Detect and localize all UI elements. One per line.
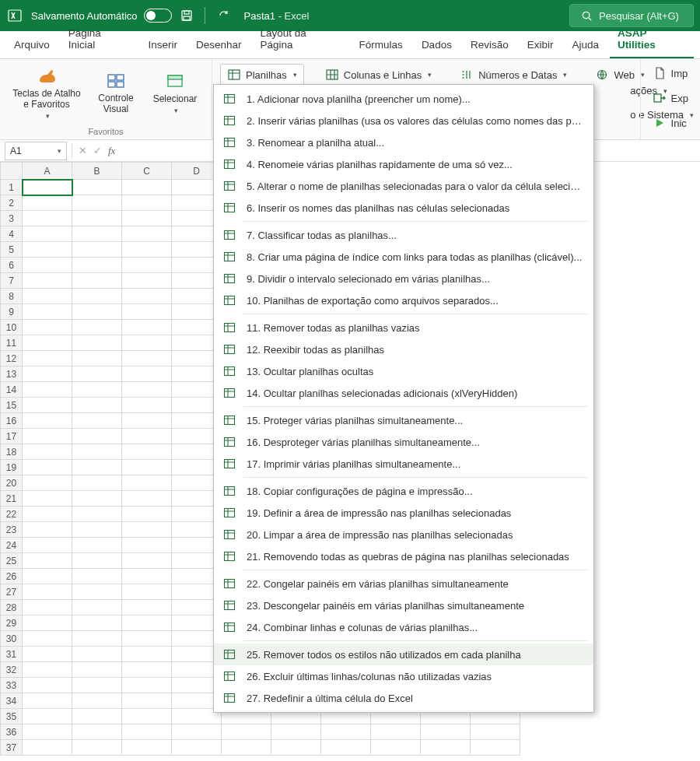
cell[interactable] [23,382,72,398]
cell[interactable] [72,709,122,724]
menu-item-12[interactable]: 12. Reexibir todas as planilhas [214,338,593,360]
select-all-corner[interactable] [1,163,23,180]
name-box[interactable]: A1 ▾ [5,142,67,160]
cell[interactable] [122,584,172,600]
menu-item-21[interactable]: 21. Removendo todas as quebras de página… [214,545,593,567]
cell[interactable] [23,553,72,569]
cell[interactable] [122,351,172,366]
cell[interactable] [122,335,172,351]
cell[interactable] [122,538,172,553]
menu-item-7[interactable]: 7. Classificar todas as planilhas... [214,224,593,246]
btn-planilhas[interactable]: Planilhas▾ [220,64,304,86]
row-header[interactable]: 26 [1,569,23,584]
cell[interactable] [23,258,72,273]
cell[interactable] [421,724,471,740]
cell[interactable] [122,413,172,429]
cell[interactable] [172,740,222,756]
row-header[interactable]: 31 [1,647,23,662]
cell[interactable] [23,180,72,195]
cell[interactable] [122,444,172,460]
row-header[interactable]: 16 [1,413,23,429]
menu-item-15[interactable]: 15. Proteger várias planilhas simultanea… [214,409,593,431]
cell[interactable] [371,740,421,756]
cell[interactable] [72,413,122,429]
cell[interactable] [122,724,172,740]
cell[interactable] [122,569,172,584]
redo-icon[interactable] [216,9,230,23]
cell[interactable] [122,709,172,724]
chevron-down-icon[interactable]: ▾ [58,147,61,155]
cell[interactable] [72,242,122,258]
cell[interactable] [72,740,122,756]
cell[interactable] [72,211,122,226]
row-header[interactable]: 15 [1,398,23,413]
cell[interactable] [72,429,122,444]
cell[interactable] [321,724,371,740]
row-header[interactable]: 10 [1,320,23,335]
column-header[interactable]: C [122,163,172,180]
column-header[interactable]: A [23,163,72,180]
menu-item-13[interactable]: 13. Ocultar planilhas ocultas [214,360,593,382]
cell[interactable] [122,662,172,678]
cell[interactable] [72,475,122,491]
row-header[interactable]: 14 [1,382,23,398]
cancel-icon[interactable]: ✕ [79,145,87,156]
cell[interactable] [72,507,122,522]
save-icon[interactable] [180,9,194,23]
cell[interactable] [23,647,72,662]
btn-colunas-linhas[interactable]: Colunas e Linhas▾ [318,64,439,86]
menu-item-2[interactable]: 2. Inserir várias planilhas (usa os valo… [214,110,593,132]
cell[interactable] [72,460,122,475]
cell[interactable] [72,584,122,600]
menu-item-22[interactable]: 22. Congelar painéis em várias planilhas… [214,573,593,594]
menu-item-8[interactable]: 8. Criar uma página de índice com links … [214,246,593,268]
cell[interactable] [72,631,122,647]
cell[interactable] [23,413,72,429]
row-header[interactable]: 2 [1,195,23,211]
cell[interactable] [23,475,72,491]
menu-item-3[interactable]: 3. Renomear a planilha atual... [214,132,593,153]
cell[interactable] [72,320,122,335]
cell[interactable] [122,600,172,615]
menu-item-11[interactable]: 11. Remover todas as planilhas vazias [214,317,593,338]
tab-revis-o[interactable]: Revisão [463,33,516,58]
column-header[interactable]: B [72,163,122,180]
cell[interactable] [72,180,122,195]
cell[interactable] [23,615,72,631]
fx-icon[interactable]: fx [108,145,115,157]
cell[interactable] [72,600,122,615]
row-header[interactable]: 19 [1,460,23,475]
cell[interactable] [122,320,172,335]
cell[interactable] [23,522,72,538]
row-header[interactable]: 3 [1,211,23,226]
menu-item-26[interactable]: 26. Excluir últimas linhas/colunas não u… [214,665,593,687]
btn-controle-visual[interactable]: Controle Visual [89,65,143,120]
cell[interactable] [122,273,172,289]
cell[interactable] [23,320,72,335]
cell[interactable] [72,553,122,569]
cell[interactable] [222,740,271,756]
row-header[interactable]: 35 [1,709,23,724]
row-header[interactable]: 37 [1,740,23,756]
btn-selecionar[interactable]: Selecionar▾ [148,65,202,120]
autosave-toggle[interactable] [144,9,172,23]
cell[interactable] [23,584,72,600]
confirm-icon[interactable]: ✓ [93,145,102,156]
row-header[interactable]: 1 [1,180,23,195]
tab-p-gina-inicial[interactable]: Página Inicial [61,21,138,58]
cell[interactable] [122,522,172,538]
menu-item-25[interactable]: 25. Remover todos os estilos não utiliza… [214,644,593,665]
menu-item-27[interactable]: 27. Redefinir a última célula do Excel [214,687,593,709]
cell[interactable] [23,242,72,258]
cell[interactable] [23,273,72,289]
cell[interactable] [122,693,172,709]
cell[interactable] [23,226,72,242]
row-header[interactable]: 30 [1,631,23,647]
tab-dados[interactable]: Dados [414,33,460,58]
cell[interactable] [23,398,72,413]
btn-teclas-atalho-favoritos[interactable]: Teclas de Atalho e Favoritos▾ [9,65,84,120]
btn-numeros-datas[interactable]: Números e Datas▾ [453,64,574,86]
cell[interactable] [122,740,172,756]
menu-item-17[interactable]: 17. Imprimir várias planilhas simultanea… [214,453,593,475]
row-header[interactable]: 24 [1,538,23,553]
